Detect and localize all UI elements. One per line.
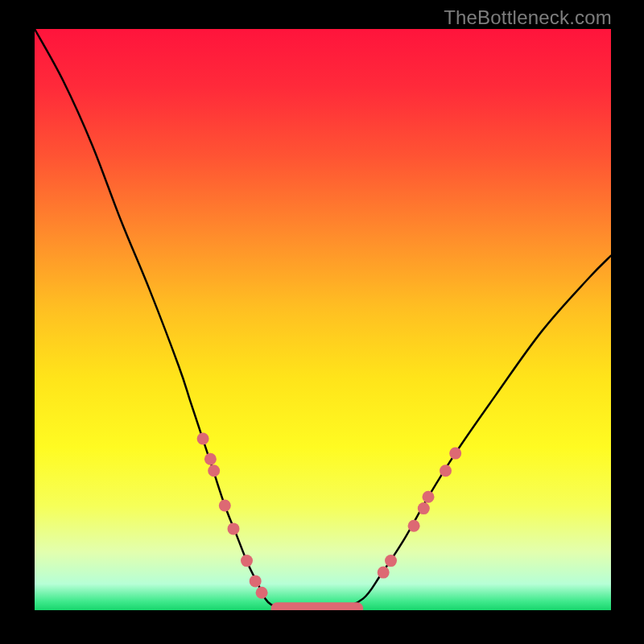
marker-right-5 [440,464,452,477]
watermark-text: TheBottleneck.com [444,6,612,29]
marker-left-0 [197,433,209,445]
marker-right-4 [423,491,435,503]
marker-left-5 [241,555,253,567]
marker-left-1 [204,453,217,465]
marker-right-0 [378,567,390,579]
marker-left-7 [256,587,268,599]
marker-right-2 [408,520,420,532]
marker-bottom-bar [271,602,364,610]
chart-stage: TheBottleneck.com [0,0,644,644]
plot-area [35,29,611,610]
marker-right-6 [449,448,461,460]
plot-svg [35,29,611,610]
marker-right-3 [418,502,430,514]
marker-right-1 [385,555,397,567]
marker-left-2 [208,464,220,477]
marker-left-4 [228,522,240,535]
curve-markers [197,433,462,611]
marker-left-3 [219,500,231,512]
bottleneck-curve [35,29,611,609]
marker-left-6 [250,575,262,587]
